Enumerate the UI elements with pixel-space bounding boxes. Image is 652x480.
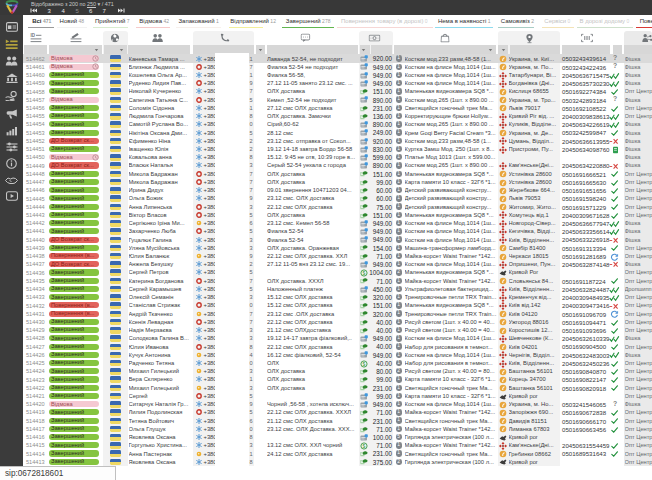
svg-text:ID: ID (30, 33, 35, 38)
